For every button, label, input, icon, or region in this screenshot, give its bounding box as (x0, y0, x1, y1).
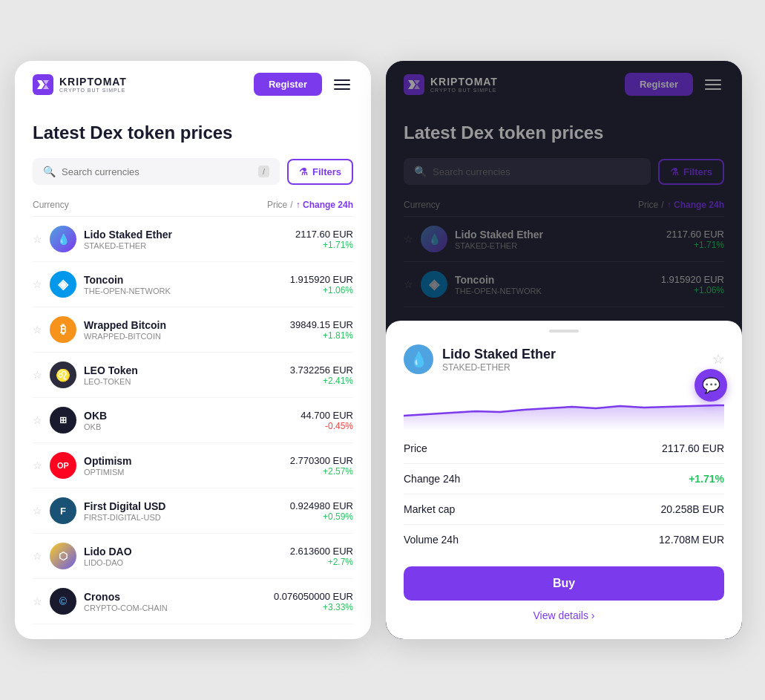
col-price-group: Price / ↑ Change 24h (267, 200, 353, 210)
favorite-icon[interactable]: ☆ (33, 459, 42, 471)
favorite-icon[interactable]: ☆ (33, 550, 42, 562)
stat-price-label: Price (404, 442, 427, 454)
favorite-icon[interactable]: ☆ (33, 233, 42, 245)
crypto-change: +1.81% (290, 330, 353, 341)
stat-price-row: Price 2117.60 EUR (404, 442, 724, 464)
table-row[interactable]: ☆ ♌ LEO Token LEO-TOKEN 3.732256 EUR +2.… (33, 353, 353, 398)
sheet-token-details: Lido Staked Ether STAKED-ETHER (442, 347, 556, 373)
crypto-price-info: 2.770300 EUR +2.57% (290, 455, 353, 477)
favorite-icon[interactable]: ☆ (33, 369, 42, 381)
crypto-info: Lido Staked Ether STAKED-ETHER (84, 229, 288, 250)
crypto-price: 1.915920 EUR (290, 274, 353, 285)
table-row[interactable]: ☆ OP Optimism OPTIMISM 2.770300 EUR +2.5… (33, 443, 353, 488)
crypto-info: Lido DAO LIDO-DAO (84, 546, 283, 567)
crypto-info: First Digital USD FIRST-DIGITAL-USD (84, 500, 283, 522)
table-row[interactable]: ☆ ⊞ OKB OKB 44.700 EUR -0.45% (33, 398, 353, 443)
crypto-change: +0.59% (290, 511, 353, 522)
filter-icon: ⚗ (299, 166, 308, 177)
crypto-info: OKB OKB (84, 410, 293, 431)
search-box: 🔍 / (33, 158, 280, 185)
chart-area (404, 386, 724, 431)
stat-volume-row: Volume 24h 12.708M EUR (404, 534, 724, 555)
favorite-icon[interactable]: ☆ (33, 414, 42, 426)
stat-marketcap-value: 20.258B EUR (660, 503, 724, 515)
avatar: OP (50, 452, 76, 479)
sheet-favorite-icon[interactable]: ☆ (712, 351, 724, 367)
crypto-change: +2.7% (290, 557, 353, 567)
table-row[interactable]: ☆ ⬡ Lido DAO LIDO-DAO 2.613600 EUR +2.7% (33, 534, 353, 579)
table-row[interactable]: ☆ ◈ Toncoin THE-OPEN-NETWORK 1.915920 EU… (33, 262, 353, 307)
crypto-info: Wrapped Bitcoin WRAPPED-BITCOIN (84, 319, 283, 341)
crypto-name: LEO Token (84, 364, 283, 376)
avatar: ◈ (50, 271, 76, 298)
crypto-symbol: FIRST-DIGITAL-USD (84, 513, 283, 522)
favorite-icon[interactable]: ☆ (33, 595, 42, 607)
brand-name: KRIPTOMAT (59, 76, 127, 88)
crypto-symbol: LEO-TOKEN (84, 377, 283, 386)
crypto-change: +2.57% (290, 466, 353, 477)
crypto-symbol: CRYPTO-COM-CHAIN (84, 603, 266, 612)
main-content: Latest Dex token prices 🔍 / ⚗ Filters Cu… (15, 108, 371, 639)
crypto-price-info: 0.924980 EUR +0.59% (290, 500, 353, 522)
table-row[interactable]: ☆ 💧 Lido Staked Ether STAKED-ETHER 2117.… (33, 217, 353, 262)
menu-button[interactable] (331, 76, 353, 93)
crypto-symbol: OKB (84, 422, 293, 431)
favorite-icon[interactable]: ☆ (33, 278, 42, 290)
sheet-handle (549, 330, 579, 333)
crypto-price: 0.076050000 EUR (274, 591, 353, 602)
stat-price-value: 2117.60 EUR (662, 442, 724, 454)
search-input[interactable] (62, 166, 252, 177)
favorite-icon[interactable]: ☆ (33, 324, 42, 336)
crypto-name: OKB (84, 410, 293, 422)
favorite-icon[interactable]: ☆ (33, 505, 42, 517)
stat-marketcap-label: Market cap (404, 503, 455, 515)
crypto-change: +1.06% (290, 285, 353, 295)
search-slash: / (258, 166, 269, 177)
crypto-list: ☆ 💧 Lido Staked Ether STAKED-ETHER 2117.… (33, 217, 353, 624)
crypto-price-info: 1.915920 EUR +1.06% (290, 274, 353, 295)
stat-marketcap-row: Market cap 20.258B EUR (404, 503, 724, 525)
crypto-info: LEO Token LEO-TOKEN (84, 364, 283, 386)
crypto-price: 39849.15 EUR (290, 319, 353, 330)
crypto-price: 2.770300 EUR (290, 455, 353, 466)
page-title: Latest Dex token prices (33, 122, 353, 143)
logo-text: KRIPTOMAT CRYPTO BUT SIMPLE (59, 76, 127, 93)
menu-line-2 (334, 84, 350, 85)
search-icon: 🔍 (43, 166, 56, 177)
table-row[interactable]: ☆ F First Digital USD FIRST-DIGITAL-USD … (33, 488, 353, 534)
stat-change-value: +1.71% (689, 473, 724, 485)
crypto-price-info: 3.732256 EUR +2.41% (290, 364, 353, 386)
table-row[interactable]: ☆ ₿ Wrapped Bitcoin WRAPPED-BITCOIN 3984… (33, 307, 353, 353)
buy-button[interactable]: Buy (404, 566, 724, 601)
crypto-name: Toncoin (84, 274, 283, 286)
table-header: Currency Price / ↑ Change 24h (33, 197, 353, 217)
stat-change-row: Change 24h +1.71% (404, 473, 724, 494)
nav-right: Register (254, 73, 353, 96)
chat-bubble[interactable]: 💬 (695, 369, 727, 402)
register-button[interactable]: Register (254, 73, 322, 96)
phone-light: KRIPTOMAT CRYPTO BUT SIMPLE Register Lat… (15, 61, 371, 639)
avatar: ⊞ (50, 407, 76, 434)
avatar: 💧 (50, 226, 76, 252)
col-change: ↑ Change 24h (296, 200, 353, 210)
navbar: KRIPTOMAT CRYPTO BUT SIMPLE Register (15, 61, 371, 108)
crypto-name: Lido Staked Ether (84, 229, 288, 241)
avatar: © (50, 588, 76, 615)
stat-volume-label: Volume 24h (404, 534, 459, 546)
crypto-symbol: OPTIMISM (84, 468, 283, 477)
stat-volume-value: 12.708M EUR (659, 534, 724, 546)
filters-button[interactable]: ⚗ Filters (287, 159, 353, 185)
col-price: Price (267, 200, 287, 210)
view-details-link[interactable]: View details › (404, 609, 724, 621)
svg-marker-2 (404, 405, 724, 431)
crypto-price: 3.732256 EUR (290, 364, 353, 376)
crypto-change: +2.41% (290, 376, 353, 386)
table-row[interactable]: ☆ © Cronos CRYPTO-COM-CHAIN 0.076050000 … (33, 579, 353, 624)
crypto-change: -0.45% (301, 421, 353, 431)
crypto-name: First Digital USD (84, 500, 283, 512)
crypto-price-info: 2117.60 EUR +1.71% (295, 229, 353, 250)
chart-svg (404, 386, 724, 431)
crypto-change: +1.71% (295, 240, 353, 250)
sheet-token-symbol: STAKED-ETHER (442, 362, 556, 373)
crypto-name: Wrapped Bitcoin (84, 319, 283, 331)
